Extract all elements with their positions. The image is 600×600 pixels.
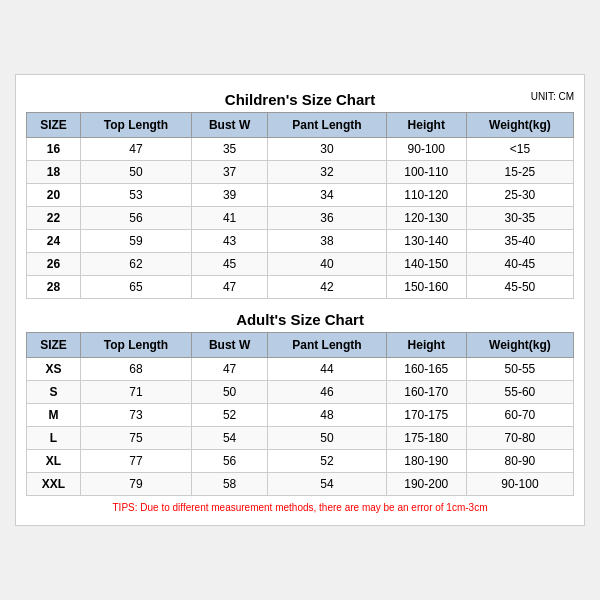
table-row: XS684744160-16550-55 xyxy=(27,358,574,381)
table-cell: XXL xyxy=(27,473,81,496)
table-cell: 70-80 xyxy=(466,427,573,450)
table-cell: 59 xyxy=(80,230,191,253)
table-cell: 40-45 xyxy=(466,253,573,276)
table-cell: 25-30 xyxy=(466,184,573,207)
table-cell: <15 xyxy=(466,138,573,161)
table-cell: 18 xyxy=(27,161,81,184)
children-col-top-length: Top Length xyxy=(80,113,191,138)
table-cell: 160-170 xyxy=(386,381,466,404)
table-row: 26624540140-15040-45 xyxy=(27,253,574,276)
table-row: XL775652180-19080-90 xyxy=(27,450,574,473)
table-cell: S xyxy=(27,381,81,404)
table-cell: 62 xyxy=(80,253,191,276)
adults-title: Adult's Size Chart xyxy=(26,305,574,332)
table-cell: 120-130 xyxy=(386,207,466,230)
table-row: 18503732100-11015-25 xyxy=(27,161,574,184)
table-cell: 52 xyxy=(268,450,386,473)
table-cell: 39 xyxy=(192,184,268,207)
table-cell: 48 xyxy=(268,404,386,427)
table-row: S715046160-17055-60 xyxy=(27,381,574,404)
table-cell: 54 xyxy=(268,473,386,496)
tips-text: TIPS: Due to different measurement metho… xyxy=(26,496,574,515)
table-row: M735248170-17560-70 xyxy=(27,404,574,427)
table-cell: 53 xyxy=(80,184,191,207)
children-col-bust-w: Bust W xyxy=(192,113,268,138)
table-cell: 77 xyxy=(80,450,191,473)
table-cell: 56 xyxy=(80,207,191,230)
table-cell: 140-150 xyxy=(386,253,466,276)
table-cell: 38 xyxy=(268,230,386,253)
children-table: SIZE Top Length Bust W Pant Length Heigh… xyxy=(26,112,574,299)
table-cell: 68 xyxy=(80,358,191,381)
table-cell: 44 xyxy=(268,358,386,381)
adults-table: SIZE Top Length Bust W Pant Length Heigh… xyxy=(26,332,574,496)
table-cell: 100-110 xyxy=(386,161,466,184)
table-cell: 90-100 xyxy=(386,138,466,161)
table-cell: 28 xyxy=(27,276,81,299)
table-cell: M xyxy=(27,404,81,427)
table-cell: 16 xyxy=(27,138,81,161)
table-cell: 37 xyxy=(192,161,268,184)
table-cell: 50 xyxy=(268,427,386,450)
table-row: L755450175-18070-80 xyxy=(27,427,574,450)
chart-container: Children's Size Chart UNIT: CM SIZE Top … xyxy=(15,74,585,526)
table-row: XXL795854190-20090-100 xyxy=(27,473,574,496)
table-row: 20533934110-12025-30 xyxy=(27,184,574,207)
table-cell: 160-165 xyxy=(386,358,466,381)
table-cell: 47 xyxy=(80,138,191,161)
table-cell: 58 xyxy=(192,473,268,496)
table-row: 24594338130-14035-40 xyxy=(27,230,574,253)
adults-header-row: SIZE Top Length Bust W Pant Length Heigh… xyxy=(27,333,574,358)
table-cell: 22 xyxy=(27,207,81,230)
table-cell: 175-180 xyxy=(386,427,466,450)
table-cell: 150-160 xyxy=(386,276,466,299)
table-cell: 47 xyxy=(192,358,268,381)
table-cell: 75 xyxy=(80,427,191,450)
table-cell: 190-200 xyxy=(386,473,466,496)
adults-col-height: Height xyxy=(386,333,466,358)
table-cell: XS xyxy=(27,358,81,381)
adults-col-bust-w: Bust W xyxy=(192,333,268,358)
table-cell: 32 xyxy=(268,161,386,184)
children-title-text: Children's Size Chart xyxy=(225,91,375,108)
children-unit: UNIT: CM xyxy=(531,91,574,102)
table-cell: 56 xyxy=(192,450,268,473)
adults-col-weight: Weight(kg) xyxy=(466,333,573,358)
adults-col-pant-length: Pant Length xyxy=(268,333,386,358)
table-cell: 45 xyxy=(192,253,268,276)
children-title: Children's Size Chart UNIT: CM xyxy=(26,85,574,112)
table-cell: 130-140 xyxy=(386,230,466,253)
table-cell: 47 xyxy=(192,276,268,299)
table-cell: 43 xyxy=(192,230,268,253)
table-cell: 34 xyxy=(268,184,386,207)
table-cell: 24 xyxy=(27,230,81,253)
table-cell: 55-60 xyxy=(466,381,573,404)
table-cell: 40 xyxy=(268,253,386,276)
table-cell: L xyxy=(27,427,81,450)
table-cell: 50 xyxy=(80,161,191,184)
adults-col-size: SIZE xyxy=(27,333,81,358)
table-cell: 73 xyxy=(80,404,191,427)
table-cell: 170-175 xyxy=(386,404,466,427)
table-cell: 30-35 xyxy=(466,207,573,230)
table-cell: 71 xyxy=(80,381,191,404)
table-cell: 65 xyxy=(80,276,191,299)
table-cell: 42 xyxy=(268,276,386,299)
table-row: 1647353090-100<15 xyxy=(27,138,574,161)
table-cell: 35 xyxy=(192,138,268,161)
table-cell: 35-40 xyxy=(466,230,573,253)
table-cell: 50 xyxy=(192,381,268,404)
table-cell: 30 xyxy=(268,138,386,161)
table-cell: 180-190 xyxy=(386,450,466,473)
table-cell: 41 xyxy=(192,207,268,230)
children-col-weight: Weight(kg) xyxy=(466,113,573,138)
table-cell: 90-100 xyxy=(466,473,573,496)
children-col-pant-length: Pant Length xyxy=(268,113,386,138)
table-cell: 60-70 xyxy=(466,404,573,427)
table-cell: XL xyxy=(27,450,81,473)
table-cell: 26 xyxy=(27,253,81,276)
table-cell: 45-50 xyxy=(466,276,573,299)
table-cell: 79 xyxy=(80,473,191,496)
adults-col-top-length: Top Length xyxy=(80,333,191,358)
table-cell: 54 xyxy=(192,427,268,450)
